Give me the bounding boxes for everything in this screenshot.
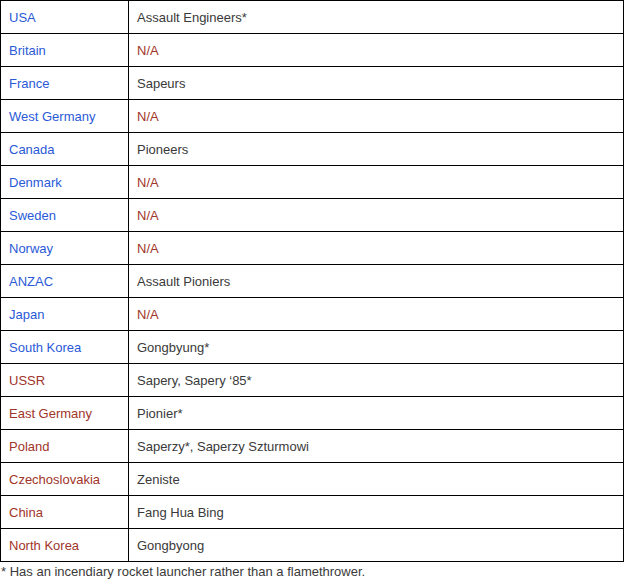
- unit-cell: N/A: [129, 100, 624, 133]
- table-row: Denmark N/A: [1, 166, 624, 199]
- country-cell: West Germany: [1, 100, 129, 133]
- country-cell: Sweden: [1, 199, 129, 232]
- table-row: ANZAC Assault Pioniers: [1, 265, 624, 298]
- unit-cell: N/A: [129, 199, 624, 232]
- table-row: Poland Saperzy*, Saperzy Szturmowi: [1, 430, 624, 463]
- table-row: Japan N/A: [1, 298, 624, 331]
- country-cell: Norway: [1, 232, 129, 265]
- table-row: France Sapeurs: [1, 67, 624, 100]
- country-link[interactable]: West Germany: [9, 109, 95, 124]
- unit-cell: N/A: [129, 34, 624, 67]
- country-cell: Japan: [1, 298, 129, 331]
- country-link[interactable]: Norway: [9, 241, 53, 256]
- units-table: USA Assault Engineers* Britain N/A Franc…: [0, 0, 624, 562]
- unit-cell: N/A: [129, 166, 624, 199]
- country-link[interactable]: Denmark: [9, 175, 62, 190]
- country-link[interactable]: ANZAC: [9, 274, 53, 289]
- unit-cell: Gongbyong: [129, 529, 624, 562]
- country-link[interactable]: Poland: [9, 439, 49, 454]
- country-link[interactable]: USSR: [9, 373, 45, 388]
- unit-cell: Saperzy*, Saperzy Szturmowi: [129, 430, 624, 463]
- country-cell: East Germany: [1, 397, 129, 430]
- table-row: North Korea Gongbyong: [1, 529, 624, 562]
- table-row: Britain N/A: [1, 34, 624, 67]
- country-link[interactable]: Japan: [9, 307, 44, 322]
- table-row: East Germany Pionier*: [1, 397, 624, 430]
- country-cell: USSR: [1, 364, 129, 397]
- country-cell: Britain: [1, 34, 129, 67]
- country-cell: South Korea: [1, 331, 129, 364]
- table-row: Czechoslovakia Zeniste: [1, 463, 624, 496]
- unit-cell: Assault Engineers*: [129, 1, 624, 34]
- table-row: Norway N/A: [1, 232, 624, 265]
- unit-cell: Gongbyung*: [129, 331, 624, 364]
- country-cell: USA: [1, 1, 129, 34]
- unit-cell: Pionier*: [129, 397, 624, 430]
- country-cell: Denmark: [1, 166, 129, 199]
- country-cell: Poland: [1, 430, 129, 463]
- unit-cell: N/A: [129, 298, 624, 331]
- country-link[interactable]: Canada: [9, 142, 55, 157]
- country-link[interactable]: Czechoslovakia: [9, 472, 100, 487]
- unit-cell: Sapery, Sapery ‘85*: [129, 364, 624, 397]
- country-cell: ANZAC: [1, 265, 129, 298]
- unit-cell: Zeniste: [129, 463, 624, 496]
- unit-cell: N/A: [129, 232, 624, 265]
- country-link[interactable]: Britain: [9, 43, 46, 58]
- unit-cell: Sapeurs: [129, 67, 624, 100]
- units-table-body: USA Assault Engineers* Britain N/A Franc…: [1, 1, 624, 562]
- country-cell: China: [1, 496, 129, 529]
- unit-cell: Assault Pioniers: [129, 265, 624, 298]
- unit-cell: Fang Hua Bing: [129, 496, 624, 529]
- country-cell: France: [1, 67, 129, 100]
- country-link[interactable]: South Korea: [9, 340, 81, 355]
- table-row: Canada Pioneers: [1, 133, 624, 166]
- country-link[interactable]: France: [9, 76, 49, 91]
- country-cell: North Korea: [1, 529, 129, 562]
- country-cell: Czechoslovakia: [1, 463, 129, 496]
- country-cell: Canada: [1, 133, 129, 166]
- table-row: Sweden N/A: [1, 199, 624, 232]
- country-link[interactable]: Sweden: [9, 208, 56, 223]
- country-link[interactable]: East Germany: [9, 406, 92, 421]
- table-row: USSR Sapery, Sapery ‘85*: [1, 364, 624, 397]
- table-row: China Fang Hua Bing: [1, 496, 624, 529]
- country-link[interactable]: North Korea: [9, 538, 79, 553]
- table-row: West Germany N/A: [1, 100, 624, 133]
- country-link[interactable]: China: [9, 505, 43, 520]
- country-link[interactable]: USA: [9, 10, 36, 25]
- table-row: USA Assault Engineers*: [1, 1, 624, 34]
- unit-cell: Pioneers: [129, 133, 624, 166]
- page: USA Assault Engineers* Britain N/A Franc…: [0, 0, 625, 579]
- footnote: * Has an incendiary rocket launcher rath…: [0, 562, 625, 579]
- table-row: South Korea Gongbyung*: [1, 331, 624, 364]
